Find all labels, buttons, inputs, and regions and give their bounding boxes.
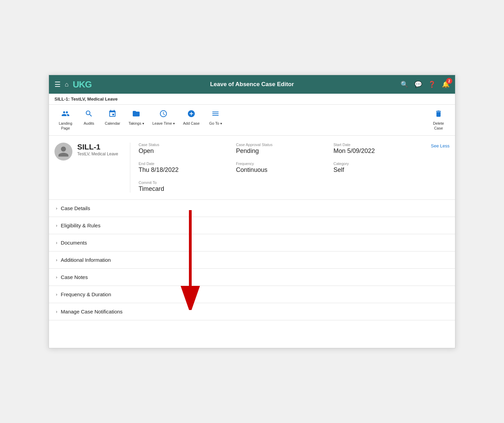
toolbar-item-takings[interactable]: Takings ▾ [125,108,148,127]
start-date-label: Start Date [333,143,420,147]
hamburger-menu-icon[interactable]: ☰ [54,80,61,89]
accordion-frequency-duration: › Frequency & Duration [49,286,455,303]
case-status-value: Open [139,147,225,155]
see-less-button[interactable]: See Less [431,143,450,148]
breadcrumb: SILL-1: TestLV, Medical Leave [49,94,455,105]
commit-to-field: Commit To Timecard [139,180,225,193]
accordion-documents-label: Documents [61,240,87,246]
accordion-frequency-duration-header[interactable]: › Frequency & Duration [49,286,455,303]
delete-case-label: DeleteCase [433,121,444,130]
accordion-eligibility-rules-label: Eligibility & Rules [61,223,100,228]
frequency-value: Continuous [236,166,323,174]
toolbar-item-leave-time[interactable]: Leave Time ▾ [149,108,178,127]
notifications-icon[interactable]: 🔔 2 [442,81,450,88]
frequency-field: Frequency Continuous [236,162,323,174]
toolbar-item-add-case[interactable]: Add Case [180,108,203,127]
takings-icon [132,110,140,120]
accordion-case-details-header[interactable]: › Case Details [49,200,455,217]
category-label: Category [333,162,420,166]
case-fields: Case Status Open Case Approval Status Pe… [139,143,450,193]
accordion-eligibility-rules-header[interactable]: › Eligibility & Rules [49,217,455,234]
frequency-label: Frequency [236,162,323,166]
page-title: Leave of Absence Case Editor [117,81,387,88]
content-area: › Case Details › Eligibility & Rules › D… [49,200,455,348]
toolbar: LandingPage Audits Calendar Takings ▾ [49,105,455,135]
chevron-right-icon-2: › [56,223,57,228]
toolbar-item-calendar[interactable]: Calendar [101,108,124,127]
help-icon[interactable]: ❓ [428,81,436,88]
chevron-right-icon-7: › [56,309,57,314]
top-navigation: ☰ ⌂ UKG Leave of Absence Case Editor 🔍 💬… [49,75,455,94]
case-id: SILL-1 [77,143,118,152]
landing-page-label: LandingPage [59,121,72,130]
category-field: Category Self [333,162,420,174]
accordion-frequency-duration-label: Frequency & Duration [61,291,111,297]
messages-icon[interactable]: 💬 [414,81,422,88]
chevron-right-icon-6: › [56,292,57,297]
commit-to-label: Commit To [139,180,225,185]
calendar-icon [108,110,117,120]
go-to-icon [211,110,220,120]
accordion-case-details: › Case Details [49,200,455,217]
leave-time-label: Leave Time ▾ [152,121,175,126]
chevron-right-icon-4: › [56,257,57,262]
go-to-label: Go To ▾ [209,121,222,126]
toolbar-item-go-to[interactable]: Go To ▾ [204,108,226,127]
accordion-documents: › Documents [49,234,455,251]
case-approval-value: Pending [236,147,323,155]
case-header: SILL-1 TestLV, Medical Leave Case Status… [49,136,455,200]
home-icon[interactable]: ⌂ [65,81,69,88]
accordion-additional-info-header[interactable]: › Additional Information [49,251,455,268]
case-approval-label: Case Approval Status [236,143,323,147]
start-date-value: Mon 5/09/2022 [333,147,420,155]
case-approval-field: Case Approval Status Pending [236,143,323,155]
accordion-case-notes-label: Case Notes [61,274,88,280]
end-date-field: End Date Thu 8/18/2022 [139,162,225,174]
audits-icon [85,110,93,120]
leave-time-icon [159,110,168,120]
toolbar-item-delete-case[interactable]: DeleteCase [427,108,450,132]
accordion-case-details-label: Case Details [61,205,90,211]
case-identity: SILL-1 TestLV, Medical Leave [54,143,130,193]
accordion-case-notes: › Case Notes [49,269,455,286]
takings-label: Takings ▾ [129,121,144,126]
chevron-right-icon-5: › [56,275,57,280]
avatar [54,143,72,161]
calendar-label: Calendar [105,121,120,126]
case-status-label: Case Status [139,143,225,147]
chevron-right-icon-3: › [56,240,57,245]
end-date-value: Thu 8/18/2022 [139,166,225,174]
audits-label: Audits [84,121,94,126]
delete-case-icon [434,110,443,120]
commit-to-value: Timecard [139,185,225,193]
accordion-case-notes-header[interactable]: › Case Notes [49,269,455,286]
toolbar-item-audits[interactable]: Audits [78,108,100,127]
case-status-field: Case Status Open [139,143,225,155]
accordion-manage-notifications: › Manage Case Notifications [49,303,455,320]
category-value: Self [333,166,420,174]
accordion-manage-notifications-label: Manage Case Notifications [61,309,122,314]
add-case-icon [187,110,195,120]
start-date-field: Start Date Mon 5/09/2022 [333,143,420,155]
accordion-eligibility-rules: › Eligibility & Rules [49,217,455,234]
accordion-documents-header[interactable]: › Documents [49,234,455,251]
accordion-additional-info-label: Additional Information [61,257,111,263]
add-case-label: Add Case [183,121,200,126]
chevron-right-icon: › [56,206,57,211]
accordion-manage-notifications-header[interactable]: › Manage Case Notifications [49,303,455,320]
case-subtitle: TestLV, Medical Leave [77,152,118,156]
end-date-label: End Date [139,162,225,166]
ukg-logo: UKG [73,79,92,90]
search-icon[interactable]: 🔍 [401,81,408,88]
landing-page-icon [61,110,70,120]
toolbar-item-landing-page[interactable]: LandingPage [54,108,77,132]
notification-badge: 2 [446,78,452,84]
accordion-additional-info: › Additional Information [49,251,455,269]
